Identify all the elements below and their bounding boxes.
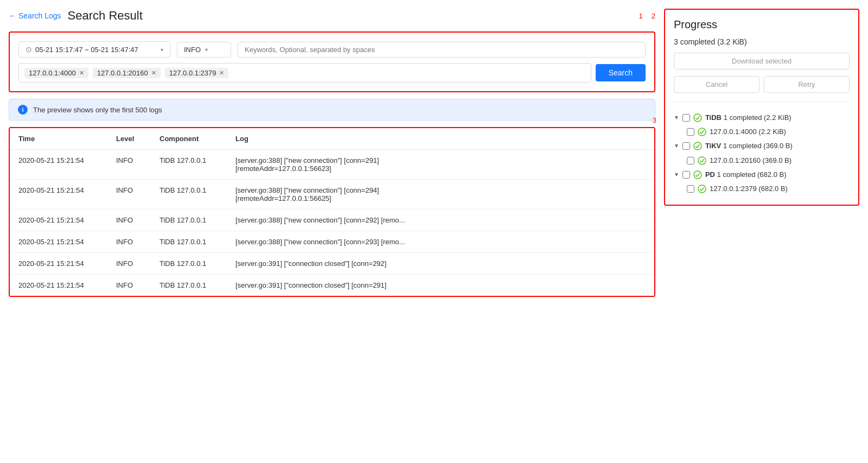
cell-time: 2020-05-21 15:21:54 — [10, 210, 107, 231]
log-table: Time Level Component Log 2020-05-21 15:2… — [10, 128, 654, 296]
divider — [674, 102, 850, 102]
search-button[interactable]: Search — [596, 64, 646, 81]
level-chevron-icon: ▾ — [205, 47, 208, 53]
table-row: 2020-05-21 15:21:54 INFO TiDB 127.0.0.1 … — [10, 180, 654, 210]
col-header-log: Log — [227, 128, 654, 150]
svg-point-4 — [694, 171, 701, 179]
level-select[interactable]: INFO ▾ — [177, 42, 231, 58]
tree-group-tikv: ▼ TiKV 1 completed (369.0 B) — [674, 139, 850, 153]
tree-toggle-tikv[interactable]: ▼ — [674, 143, 679, 149]
svg-point-1 — [698, 128, 706, 136]
keywords-input[interactable] — [238, 42, 646, 58]
tree-group-pd: ▼ PD 1 completed (682.0 B) — [674, 168, 850, 182]
tree-child-127-0-0-1-2379: 127.0.0.1:2379 (682.0 B) — [674, 182, 850, 196]
cell-level: INFO — [107, 253, 151, 275]
cell-log: [server.go:388] ["new connection"] [conn… — [227, 210, 654, 231]
info-text: The preview shows only the first 500 log… — [33, 106, 162, 114]
section-label-1: 1 — [639, 12, 643, 20]
clock-icon: ⊙ — [25, 45, 32, 54]
cell-component: TiDB 127.0.0.1 — [151, 253, 227, 275]
table-row: 2020-05-21 15:21:54 INFO TiDB 127.0.0.1 … — [10, 150, 654, 180]
chevron-down-icon: ▾ — [161, 47, 163, 53]
back-arrow-icon: ← — [9, 11, 16, 20]
tag-value-2379: 127.0.0.1:2379 — [169, 69, 216, 77]
tree-child-label-127-0-0-1-2379: 127.0.0.1:2379 (682.0 B) — [710, 184, 788, 194]
col-header-component: Component — [151, 128, 227, 150]
svg-point-3 — [698, 157, 706, 164]
search-section: ⊙ 05-21 15:17:47 ~ 05-21 15:47:47 ▾ INFO… — [9, 31, 655, 92]
tree-child-label-127-0-0-1-20160: 127.0.0.1:20160 (369.0 B) — [710, 156, 792, 166]
log-table-section: Time Level Component Log 2020-05-21 15:2… — [9, 127, 655, 297]
tag-20160: 127.0.0.1:20160 ✕ — [93, 68, 161, 78]
check-circle-icon — [693, 113, 702, 122]
cell-level: INFO — [107, 275, 151, 296]
cell-level: INFO — [107, 180, 151, 210]
col-header-time: Time — [10, 128, 107, 150]
table-row: 2020-05-21 15:21:54 INFO TiDB 127.0.0.1 … — [10, 253, 654, 275]
cell-component: TiDB 127.0.0.1 — [151, 180, 227, 210]
page-title: Search Result — [68, 9, 143, 23]
tag-value-4000: 127.0.0.1:4000 — [29, 69, 76, 77]
tree-child-label-127-0-0-1-4000: 127.0.0.1:4000 (2.2 KiB) — [710, 127, 786, 137]
tag-close-2379[interactable]: ✕ — [219, 69, 224, 77]
table-row: 2020-05-21 15:21:54 INFO TiDB 127.0.0.1 … — [10, 210, 654, 231]
cell-time: 2020-05-21 15:21:54 — [10, 180, 107, 210]
tree-checkbox-child-127-0-0-1-2379[interactable] — [687, 185, 694, 193]
cell-component: TiDB 127.0.0.1 — [151, 210, 227, 231]
time-range-picker[interactable]: ⊙ 05-21 15:17:47 ~ 05-21 15:47:47 ▾ — [18, 41, 170, 58]
tree-child-127-0-0-1-20160: 127.0.0.1:20160 (369.0 B) — [674, 154, 850, 168]
table-wrapper: 3 Time Level Component Log 2020-05-21 15… — [9, 127, 655, 297]
tree-checkbox-tidb[interactable] — [682, 114, 690, 122]
svg-point-5 — [698, 185, 706, 193]
table-row: 2020-05-21 15:21:54 INFO TiDB 127.0.0.1 … — [10, 275, 654, 296]
info-icon: i — [18, 105, 28, 115]
svg-point-2 — [694, 142, 701, 150]
svg-point-0 — [694, 114, 701, 122]
tree-checkbox-tikv[interactable] — [682, 142, 690, 150]
check-circle-child-icon — [698, 156, 706, 165]
section-label-2: 2 — [652, 12, 655, 20]
tag-close-4000[interactable]: ✕ — [79, 69, 84, 77]
tag-close-20160[interactable]: ✕ — [151, 69, 156, 77]
level-value: INFO — [184, 46, 201, 54]
cell-log: [server.go:388] ["new connection"] [conn… — [227, 180, 654, 210]
cell-time: 2020-05-21 15:21:54 — [10, 231, 107, 253]
cell-component: TiDB 127.0.0.1 — [151, 231, 227, 253]
back-link[interactable]: ← Search Logs — [9, 11, 61, 20]
cancel-button[interactable]: Cancel — [674, 76, 760, 93]
progress-summary: 3 completed (3.2 KiB) — [674, 37, 850, 46]
tree-checkbox-child-127-0-0-1-20160[interactable] — [687, 157, 694, 164]
cell-log: [server.go:391] ["connection closed"] [c… — [227, 275, 654, 296]
tree-group-tidb: ▼ TiDB 1 completed (2.2 KiB) — [674, 111, 850, 125]
section-label-3: 3 — [653, 116, 656, 124]
progress-tree: ▼ TiDB 1 completed (2.2 KiB) 127.0.0.1:4… — [674, 111, 850, 196]
tree-checkbox-pd[interactable] — [682, 171, 690, 179]
tree-group-label-tikv: TiKV 1 completed (369.0 B) — [705, 141, 793, 151]
cell-time: 2020-05-21 15:21:54 — [10, 150, 107, 180]
tags-container: 127.0.0.1:4000 ✕ 127.0.0.1:20160 ✕ 127.0… — [18, 63, 591, 83]
info-banner: i The preview shows only the first 500 l… — [9, 99, 655, 120]
time-range-value: 05-21 15:17:47 ~ 05-21 15:47:47 — [35, 46, 157, 54]
tree-group-label-pd: PD 1 completed (682.0 B) — [705, 170, 787, 180]
tree-toggle-pd[interactable]: ▼ — [674, 172, 679, 177]
retry-button[interactable]: Retry — [764, 76, 850, 93]
cell-log: [server.go:388] ["new connection"] [conn… — [227, 231, 654, 253]
cell-component: TiDB 127.0.0.1 — [151, 150, 227, 180]
tag-value-20160: 127.0.0.1:20160 — [97, 69, 148, 77]
check-circle-icon — [693, 142, 702, 150]
cell-time: 2020-05-21 15:21:54 — [10, 253, 107, 275]
download-selected-button[interactable]: Download selected — [674, 53, 850, 69]
tag-2379: 127.0.0.1:2379 ✕ — [165, 68, 229, 78]
tag-4000: 127.0.0.1:4000 ✕ — [24, 68, 88, 78]
cell-time: 2020-05-21 15:21:54 — [10, 275, 107, 296]
back-label: Search Logs — [18, 11, 61, 20]
cell-log: [server.go:391] ["connection closed"] [c… — [227, 253, 654, 275]
table-row: 2020-05-21 15:21:54 INFO TiDB 127.0.0.1 … — [10, 231, 654, 253]
tree-checkbox-child-127-0-0-1-4000[interactable] — [687, 128, 694, 136]
cell-level: INFO — [107, 210, 151, 231]
tree-toggle-tidb[interactable]: ▼ — [674, 115, 679, 120]
col-header-level: Level — [107, 128, 151, 150]
tree-group-label-tidb: TiDB 1 completed (2.2 KiB) — [705, 113, 792, 123]
cell-level: INFO — [107, 150, 151, 180]
progress-title: Progress — [674, 18, 850, 31]
